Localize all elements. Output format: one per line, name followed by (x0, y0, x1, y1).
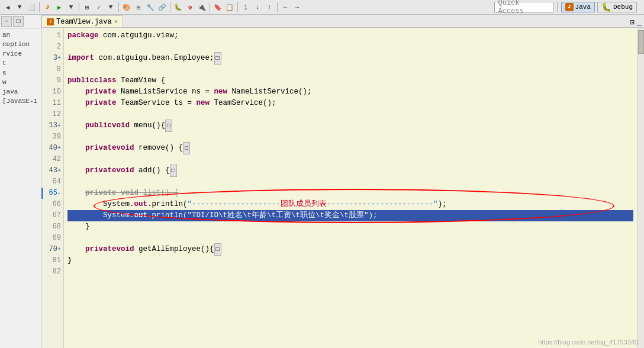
app-window: ◀ ▼ ⬜ J ▶ ▼ ⊞ ✓ ▼ 🎨 ⊟ 🔧 🔗 🐛 ⚙ 🔌 🔖 📋 ⤵ (0, 0, 644, 348)
toolbar: ◀ ▼ ⬜ J ▶ ▼ ⊞ ✓ ▼ 🎨 ⊟ 🔧 🔗 🐛 ⚙ 🔌 🔖 📋 ⤵ (0, 0, 644, 15)
java-perspective-label: Java (575, 4, 591, 11)
code-line-10: private NameListService ns = new NameLis… (67, 86, 633, 98)
line-num-39: 39 (41, 131, 61, 143)
code-line-67: System.out.println("TDI/ID\t姓名\t年龄\t工资\t… (67, 210, 633, 221)
debug-icon: 🐛 (601, 2, 611, 12)
code-line-65: private void list() { (67, 188, 633, 199)
line-num-65: 65- (41, 188, 61, 199)
separator-6 (237, 2, 238, 12)
layout-icon[interactable]: ⊟ (133, 2, 144, 12)
dropdown3-icon[interactable]: ▼ (105, 2, 116, 12)
tab-bar: J TeamView.java × ⊡ _ (41, 15, 644, 28)
minimize-button[interactable]: − (1, 16, 12, 27)
line-num-68: 68 (41, 221, 61, 233)
line-num-40: 40+ (41, 143, 61, 154)
code-line-68: } (67, 221, 633, 233)
code-line-11: private TeamService ts = new TeamService… (67, 98, 633, 109)
code-line-42 (67, 154, 633, 165)
line-num-1: 1 (41, 30, 61, 41)
tools-icon[interactable]: 🔧 (145, 2, 156, 12)
bug-icon[interactable]: 🐛 (173, 2, 183, 12)
line-num-9: 9 (41, 75, 61, 86)
quick-access-area: Quick Access J Java 🐛 Debug (494, 2, 637, 12)
quick-access-label: Quick Access (498, 0, 549, 15)
ext-icon[interactable]: 🔌 (197, 2, 207, 12)
forward-icon[interactable]: → (292, 2, 302, 12)
minimize-editor-button[interactable]: _ (637, 18, 642, 27)
tab-java-icon: J (47, 18, 54, 25)
watermark: https://blog.csdn.net/qq_41753340 (538, 339, 638, 346)
scroll-track[interactable] (637, 28, 644, 348)
sidebar-items: an ception rvice t s w java [JavaSE-1 (0, 28, 41, 348)
palette-icon[interactable]: 🎨 (121, 2, 132, 12)
sidebar-top-buttons: − □ (0, 15, 41, 28)
sidebar-item-7[interactable]: [JavaSE-1 (1, 97, 40, 105)
line-num-12: 12 (41, 109, 61, 120)
line-num-8: 8 (41, 64, 61, 75)
sidebar-item-3[interactable]: t (1, 59, 40, 67)
maximize-button[interactable]: □ (13, 16, 24, 27)
separator-3 (118, 2, 119, 12)
bug2-icon[interactable]: ⚙ (185, 2, 195, 12)
link-icon[interactable]: 🔗 (157, 2, 168, 12)
separator-5 (210, 2, 210, 12)
run-icon[interactable]: ▶ (54, 2, 65, 12)
java-perspective-button[interactable]: J Java (561, 2, 595, 12)
line-num-81: 81 (41, 255, 61, 266)
java-perspective-icon: J (565, 3, 574, 11)
line-num-70: 70+ (41, 244, 61, 255)
sidebar-item-1[interactable]: ception (1, 40, 40, 49)
watermark-text: https://blog.csdn.net/qq_41753340 (538, 339, 638, 346)
line-num-82: 82 (41, 266, 61, 278)
step-over-icon[interactable]: ⤵ (240, 2, 251, 12)
sidebar-item-6[interactable]: java (1, 88, 40, 96)
new-java-icon[interactable]: J (42, 2, 53, 12)
bookmark-icon[interactable]: 🔖 (212, 2, 223, 12)
sidebar-item-4[interactable]: s (1, 69, 40, 77)
teamview-tab[interactable]: J TeamView.java × (41, 15, 123, 27)
tab-close-button[interactable]: × (114, 18, 118, 25)
separator-4 (170, 2, 170, 12)
line-num-3: 3+ (41, 53, 61, 64)
separator-7 (277, 2, 278, 12)
step-into-icon[interactable]: ↓ (252, 2, 263, 12)
back2-icon[interactable]: ← (280, 2, 291, 12)
code-line-8 (67, 64, 633, 75)
line-num-10: 10 (41, 86, 61, 98)
toolbar-icons: ◀ ▼ ⬜ J ▶ ▼ ⊞ ✓ ▼ 🎨 ⊟ 🔧 🔗 🐛 ⚙ 🔌 🔖 📋 ⤵ (2, 2, 492, 12)
code-line-3: import com.atguigu.bean.Employee;□ (67, 53, 633, 64)
sidebar-item-2[interactable]: rvice (1, 50, 40, 58)
quick-access-input[interactable]: Quick Access (494, 2, 553, 12)
code-line-70: private void getAllEmployee(){□ (67, 244, 633, 255)
dropdown-icon[interactable]: ▼ (14, 2, 25, 12)
separator-8 (557, 2, 558, 12)
restore-button[interactable]: ⊡ (630, 18, 635, 27)
sidebar-item-5[interactable]: w (1, 78, 40, 86)
check-icon[interactable]: ✓ (94, 2, 104, 12)
line-num-42: 42 (41, 154, 61, 165)
line-numbers: 1 2 3+ 8 9 10 11 12 13+ 39 40+ 42 43+ 64… (41, 28, 64, 348)
workspace-icon[interactable]: ⬜ (26, 2, 37, 12)
code-content[interactable]: package com.atguigu.view; import com.atg… (64, 28, 637, 348)
debug-perspective-button[interactable]: 🐛 Debug (597, 2, 637, 12)
editor-area: J TeamView.java × ⊡ _ 1 2 3+ 8 9 10 11 (41, 15, 644, 348)
grid-icon[interactable]: ⊞ (82, 2, 92, 12)
dropdown2-icon[interactable]: ▼ (66, 2, 76, 12)
code-line-40: private void remove() {□ (67, 143, 633, 154)
code-line-39 (67, 131, 633, 143)
copy-icon[interactable]: 📋 (224, 2, 235, 12)
back-icon[interactable]: ◀ (2, 2, 13, 12)
line-num-2: 2 (41, 41, 61, 53)
code-line-1: package com.atguigu.view; (67, 30, 633, 41)
line-num-67: 67 (41, 210, 61, 221)
line-num-64: 64 (41, 176, 61, 188)
code-line-66: System.out.println("--------------------… (67, 199, 633, 210)
separator-2 (79, 2, 79, 12)
sidebar: − □ an ception rvice t s w java [JavaSE-… (0, 15, 41, 348)
scroll-thumb[interactable] (638, 30, 644, 54)
line-num-69: 69 (41, 233, 61, 244)
line-num-13: 13+ (41, 120, 61, 131)
code-line-82 (67, 266, 633, 278)
step-return-icon[interactable]: ↑ (264, 2, 275, 12)
sidebar-item-0[interactable]: an (1, 31, 40, 39)
